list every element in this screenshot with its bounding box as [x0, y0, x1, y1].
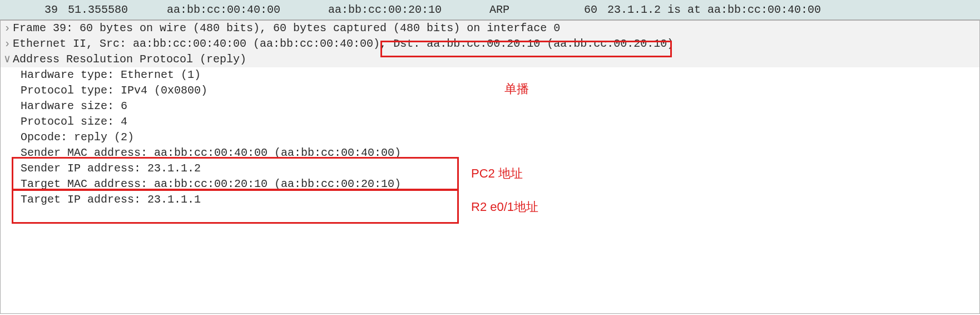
- hw-size-row[interactable]: Hardware size: 6: [1, 99, 979, 114]
- annotation-unicast: 单播: [504, 81, 529, 97]
- col-destination: aa:bb:cc:00:20:10: [328, 3, 489, 16]
- col-number: 39: [6, 3, 61, 16]
- packet-list-row[interactable]: 39 51.355580 aa:bb:cc:00:40:00 aa:bb:cc:…: [0, 0, 980, 20]
- arp-header-text: Address Resolution Protocol (reply): [13, 52, 246, 67]
- proto-type-text: Protocol type: IPv4 (0x0800): [21, 83, 207, 99]
- target-ip-text: Target IP address: 23.1.1.1: [21, 192, 201, 208]
- proto-type-row[interactable]: Protocol type: IPv4 (0x0800): [1, 83, 979, 99]
- sender-ip-text: Sender IP address: 23.1.1.2: [21, 161, 201, 176]
- sender-mac-text: Sender MAC address: aa:bb:cc:00:40:00 (a…: [21, 145, 401, 161]
- expand-icon[interactable]: ›: [4, 36, 13, 52]
- hw-type-row[interactable]: Hardware type: Ethernet (1): [1, 67, 979, 83]
- packet-details-pane[interactable]: › Frame 39: 60 bytes on wire (480 bits),…: [0, 20, 980, 314]
- opcode-row[interactable]: Opcode: reply (2): [1, 130, 979, 145]
- sender-mac-row[interactable]: Sender MAC address: aa:bb:cc:00:40:00 (a…: [1, 145, 979, 161]
- proto-size-row[interactable]: Protocol size: 4: [1, 114, 979, 130]
- col-info: 23.1.1.2 is at aa:bb:cc:00:40:00: [601, 3, 980, 16]
- col-time: 51.355580: [61, 3, 167, 16]
- ethernet-src-text: Ethernet II, Src: aa:bb:cc:00:40:00 (aa:…: [13, 36, 393, 52]
- col-length: 60: [573, 3, 601, 16]
- frame-text: Frame 39: 60 bytes on wire (480 bits), 6…: [13, 21, 560, 36]
- collapse-icon[interactable]: ∨: [4, 52, 13, 67]
- proto-size-text: Protocol size: 4: [21, 114, 127, 130]
- annotation-pc2: PC2 地址: [471, 165, 523, 182]
- col-source: aa:bb:cc:00:40:00: [167, 3, 328, 16]
- target-mac-text: Target MAC address: aa:bb:cc:00:20:10 (a…: [21, 176, 401, 192]
- col-protocol: ARP: [489, 3, 573, 16]
- ethernet-row[interactable]: › Ethernet II, Src: aa:bb:cc:00:40:00 (a…: [1, 36, 979, 52]
- hw-type-text: Hardware type: Ethernet (1): [21, 67, 201, 83]
- expand-icon[interactable]: ›: [4, 21, 13, 36]
- opcode-text: Opcode: reply (2): [21, 130, 134, 145]
- hw-size-text: Hardware size: 6: [21, 99, 127, 114]
- frame-row[interactable]: › Frame 39: 60 bytes on wire (480 bits),…: [1, 21, 979, 36]
- annotation-r2: R2 e0/1地址: [471, 199, 538, 215]
- arp-row[interactable]: ∨ Address Resolution Protocol (reply): [1, 52, 979, 67]
- ethernet-dst-text: Dst: aa:bb:cc:00:20:10 (aa:bb:cc:00:20:1…: [393, 36, 674, 52]
